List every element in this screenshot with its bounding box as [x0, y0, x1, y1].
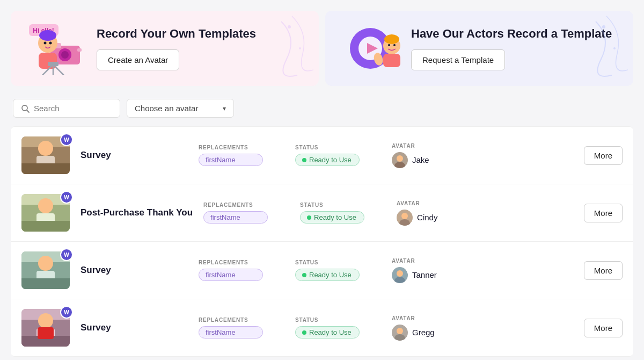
avatar-4: [392, 325, 408, 341]
svg-point-4: [61, 51, 69, 59]
status-section-4: STATUS Ready to Use: [295, 317, 360, 339]
svg-point-60: [39, 314, 53, 328]
replacement-tag-2: firstName: [203, 211, 268, 224]
replacements-section-3: REPLACEMENTS firstName: [199, 260, 263, 281]
create-avatar-button[interactable]: Create an Avatar: [97, 49, 179, 70]
template-thumb-wrap-3: W: [21, 251, 70, 289]
template-name-4: Survey: [80, 322, 188, 333]
replacements-label-3: REPLACEMENTS: [199, 260, 263, 265]
svg-line-30: [27, 110, 29, 112]
search-input[interactable]: [34, 104, 112, 113]
request-template-banner: Have Our Actors Record a Template Reques…: [325, 11, 633, 86]
template-thumb-wrap-2: W: [21, 194, 70, 232]
status-section-3: STATUS Ready to Use: [295, 260, 360, 281]
watermark-badge-3: W: [60, 248, 73, 261]
avatar-select-dropdown[interactable]: Choose an avatar ▾: [127, 99, 234, 118]
more-button-3[interactable]: More: [584, 261, 623, 280]
avatar-select-label: Choose an avatar: [135, 104, 198, 113]
status-section-2: STATUS Ready to Use: [300, 202, 364, 224]
template-meta-4: REPLACEMENTS firstName STATUS Ready to U…: [199, 315, 573, 341]
template-meta-3: REPLACEMENTS firstName STATUS Ready to U…: [199, 258, 573, 283]
status-badge-2: Ready to Use: [300, 211, 364, 224]
avatar-label-4: AVATAR: [392, 315, 456, 321]
svg-rect-15: [48, 62, 58, 66]
svg-point-53: [397, 270, 403, 277]
template-name-3: Survey: [80, 265, 188, 276]
search-box[interactable]: [13, 99, 120, 118]
banner-right-illustration: [338, 21, 402, 75]
avatar-label-2: AVATAR: [397, 200, 461, 206]
svg-point-33: [38, 141, 53, 156]
avatar-info-4: Gregg: [392, 325, 456, 341]
avatar-2: [397, 210, 413, 226]
replacement-tag-3: firstName: [199, 269, 263, 281]
template-thumb-wrap-1: W: [21, 136, 70, 174]
avatar-3: [392, 267, 408, 283]
chevron-down-icon: ▾: [223, 105, 226, 112]
svg-rect-35: [21, 163, 70, 174]
avatar-section-4: AVATAR Gregg: [392, 315, 456, 341]
svg-rect-25: [383, 54, 400, 67]
replacements-label-2: REPLACEMENTS: [203, 202, 268, 208]
avatar-section-2: AVATAR Cindy: [397, 200, 461, 226]
watermark-badge-1: W: [60, 133, 73, 146]
replacements-label-4: REPLACEMENTS: [199, 317, 263, 323]
more-button-4[interactable]: More: [584, 319, 623, 337]
filters-section: Choose an avatar ▾: [0, 95, 644, 126]
replacements-label-1: REPLACEMENTS: [199, 145, 263, 150]
svg-point-24: [393, 44, 396, 46]
status-dot-4: [302, 330, 306, 335]
status-label-2: STATUS: [300, 202, 364, 208]
avatar-info-3: Tanner: [392, 267, 456, 283]
avatar-info-2: Cindy: [397, 210, 461, 226]
watermark-badge-2: W: [60, 191, 73, 204]
avatar-name-1: Jake: [412, 155, 429, 164]
avatar-1: [392, 152, 408, 168]
more-button-2[interactable]: More: [584, 204, 623, 222]
avatar-name-4: Gregg: [412, 328, 435, 337]
banner-left-content: Record Your Own Templates Create an Avat…: [97, 26, 306, 70]
avatar-info-1: Jake: [392, 152, 456, 168]
table-row: W Survey REPLACEMENTS firstName STATUS R…: [11, 299, 633, 357]
request-template-button[interactable]: Request a Template: [411, 49, 505, 70]
status-badge-3: Ready to Use: [295, 269, 360, 281]
svg-point-37: [397, 155, 403, 162]
status-dot-3: [302, 273, 306, 277]
status-dot-1: [302, 158, 306, 162]
replacement-tag-1: firstName: [199, 154, 263, 166]
avatar-name-2: Cindy: [417, 213, 437, 222]
replacements-section-4: REPLACEMENTS firstName: [199, 317, 263, 339]
avatar-section-1: AVATAR Jake: [392, 143, 456, 168]
status-badge-1: Ready to Use: [295, 154, 360, 166]
replacements-section-2: REPLACEMENTS firstName: [203, 202, 268, 224]
status-section-1: STATUS Ready to Use: [295, 145, 360, 166]
svg-point-22: [384, 34, 399, 44]
svg-rect-43: [21, 221, 70, 232]
svg-point-9: [44, 42, 47, 45]
svg-rect-6: [77, 48, 82, 52]
search-icon: [21, 104, 30, 113]
replacements-section-1: REPLACEMENTS firstName: [199, 145, 263, 166]
banner-left-title: Record Your Own Templates: [97, 26, 306, 42]
template-thumb-wrap-4: W: [21, 309, 70, 347]
banner-right-content: Have Our Actors Record a Template Reques…: [411, 26, 620, 70]
status-label-4: STATUS: [295, 317, 360, 323]
svg-point-10: [49, 42, 52, 45]
table-row: W Survey REPLACEMENTS firstName STATUS R…: [11, 242, 633, 299]
table-row: W Survey REPLACEMENTS firstName STATUS R…: [11, 126, 633, 184]
more-button-1[interactable]: More: [584, 146, 623, 165]
avatar-name-3: Tanner: [412, 270, 437, 279]
template-name-2: Post-Purchase Thank You: [80, 207, 193, 218]
svg-point-8: [39, 30, 56, 41]
svg-point-45: [401, 213, 408, 219]
replacement-tag-4: firstName: [199, 326, 263, 339]
status-label-1: STATUS: [295, 145, 360, 150]
svg-rect-51: [21, 278, 70, 289]
banner-right-title: Have Our Actors Record a Template: [411, 26, 620, 42]
avatar-section-3: AVATAR Tanner: [392, 258, 456, 283]
template-name-1: Survey: [80, 150, 188, 161]
template-meta-2: REPLACEMENTS firstName STATUS Ready to U…: [203, 200, 573, 226]
svg-point-41: [38, 198, 53, 213]
table-row: W Post-Purchase Thank You REPLACEMENTS f…: [11, 184, 633, 242]
svg-rect-61: [38, 327, 54, 339]
